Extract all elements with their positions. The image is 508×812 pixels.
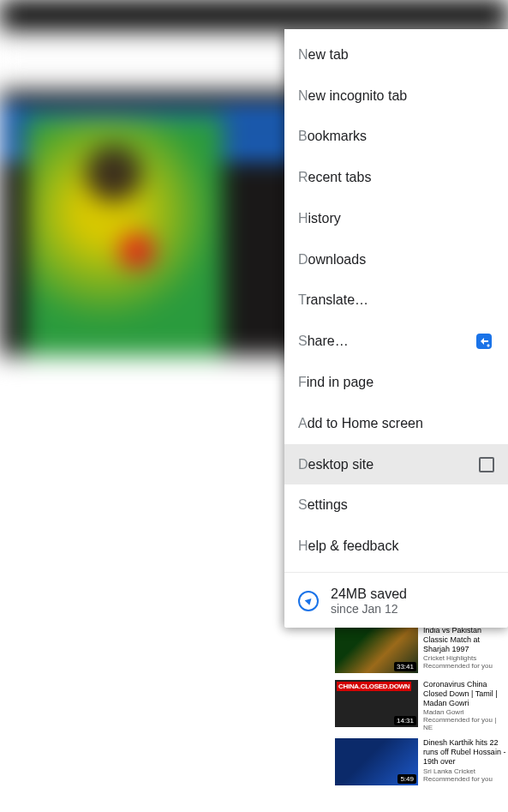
menu-translate[interactable]: Translate… [284,280,508,322]
menu-label: Settings [298,497,494,513]
menu-label: Translate… [298,292,494,308]
video-recommendation: Recommended for you [423,662,506,670]
menu-label: Bookmarks [298,129,494,144]
menu-help-feedback[interactable]: Help & feedback [284,526,508,567]
video-item[interactable]: 5:49 Dinesh Karthik hits 22 runs off Rub… [335,738,506,785]
menu-label: Recent tabs [298,170,494,185]
data-saver-subtitle: since Jan 12 [331,602,407,616]
video-duration: 5:49 [397,774,416,784]
video-title: Coronavirus China Closed Down | Tamil | … [423,680,506,707]
data-saver-row[interactable]: 24MB saved since Jan 12 [284,578,508,628]
menu-divider [284,572,508,573]
video-channel: Madan Gowri [423,708,506,716]
video-meta: India vs Pakistan Classic Match at Sharj… [423,626,506,673]
video-recommendation: Recommended for you [423,775,506,783]
video-thumbnail[interactable]: 14:31 [335,680,418,727]
video-recommendation: Recommended for you | NE [423,716,506,731]
recommended-videos-list: 33:41 India vs Pakistan Classic Match at… [335,626,506,792]
menu-label: New incognito tab [298,88,494,104]
video-item[interactable]: 14:31 Coronavirus China Closed Down | Ta… [335,680,506,731]
menu-history[interactable]: History [284,198,508,239]
menu-downloads[interactable]: Downloads [284,239,508,280]
menu-label: Downloads [298,252,494,268]
video-duration: 33:41 [394,662,416,671]
share-icon [474,331,494,352]
video-thumbnail[interactable]: 33:41 [335,626,418,673]
video-title: India vs Pakistan Classic Match at Sharj… [423,626,506,653]
video-meta: Dinesh Karthik hits 22 runs off Rubel Ho… [423,738,506,785]
data-saver-title: 24MB saved [331,586,407,602]
video-title: Dinesh Karthik hits 22 runs off Rubel Ho… [423,738,506,766]
menu-new-incognito-tab[interactable]: New incognito tab [284,75,508,117]
menu-label: Desktop site [298,457,472,472]
data-saver-icon [298,591,319,611]
menu-find-in-page[interactable]: Find in page [284,362,508,403]
menu-new-tab[interactable]: New tab [284,34,508,75]
video-channel: Cricket Highlights [423,654,506,662]
desktop-site-checkbox[interactable] [479,457,494,472]
menu-label: Share… [298,334,467,349]
menu-add-to-home-screen[interactable]: Add to Home screen [284,403,508,444]
video-thumbnail[interactable]: 5:49 [335,738,418,785]
video-duration: 14:31 [394,716,416,725]
menu-label: Add to Home screen [298,416,494,431]
menu-recent-tabs[interactable]: Recent tabs [284,157,508,198]
menu-share[interactable]: Share… [284,321,508,362]
menu-label: Help & feedback [298,538,494,554]
menu-settings[interactable]: Settings [284,484,508,526]
menu-desktop-site[interactable]: Desktop site [284,444,508,485]
data-saver-text: 24MB saved since Jan 12 [331,586,407,616]
video-channel: Sri Lanka Cricket [423,767,506,775]
video-meta: Coronavirus China Closed Down | Tamil | … [423,680,506,731]
video-item[interactable]: 33:41 India vs Pakistan Classic Match at… [335,626,506,673]
menu-label: Find in page [298,375,494,390]
menu-label: New tab [298,47,494,63]
menu-bookmarks[interactable]: Bookmarks [284,117,508,158]
browser-overflow-menu: New tab New incognito tab Bookmarks Rece… [284,29,508,628]
menu-label: History [298,211,494,226]
